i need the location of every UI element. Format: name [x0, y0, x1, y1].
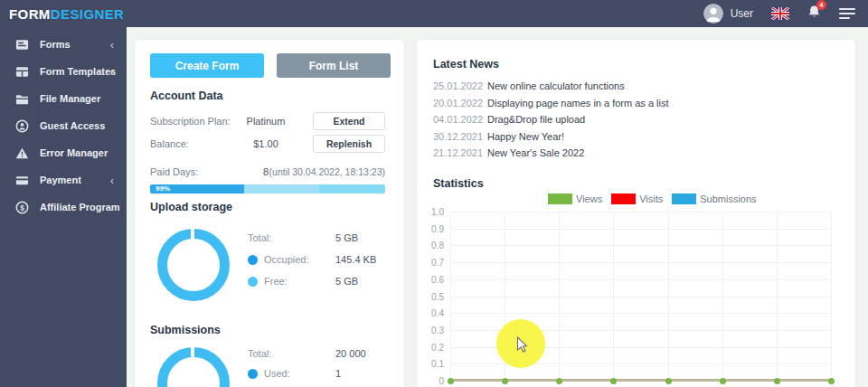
data-point[interactable] — [720, 378, 726, 384]
legend-label: Visits — [639, 194, 663, 204]
news-date: 21.12.2021 — [433, 146, 483, 159]
subscription-plan-value: Platinum — [234, 112, 297, 130]
person-icon — [703, 4, 723, 24]
form-icon — [14, 38, 29, 52]
news-title-link[interactable]: Drag&Drop file upload — [487, 113, 585, 126]
data-point[interactable] — [828, 378, 835, 384]
submissions-total-label: Total: — [248, 346, 271, 361]
gridline-horizontal — [450, 245, 831, 246]
gridline-horizontal — [450, 212, 831, 212]
app-root: { "topbar": { "logo_primary": "FORM", "l… — [0, 0, 868, 387]
submissions-used-row: Used: 1 — [135, 366, 406, 381]
news-title-link[interactable]: Displaying page names in a form as a lis… — [487, 97, 669, 109]
submissions-used-value: 1 — [335, 366, 341, 381]
extend-button[interactable]: Extend — [313, 112, 385, 130]
submissions-total-value: 20 000 — [335, 346, 366, 361]
sidebar-item-error-manager[interactable]: Error Manager — [0, 139, 127, 166]
account-panel: Create Form Form List Account Data Subsc… — [134, 39, 405, 387]
data-point[interactable] — [448, 378, 454, 384]
gridline-vertical — [668, 212, 669, 381]
sidebar-item-file-manager[interactable]: File Manager — [0, 85, 127, 112]
notifications-button[interactable]: 4 — [807, 5, 821, 23]
gridline-horizontal — [450, 279, 831, 280]
news-title-link[interactable]: New Year's Sale 2022 — [487, 146, 584, 159]
sidebar-item-label: Form Templates — [40, 66, 116, 77]
storage-total-value: 5 GB — [335, 231, 358, 245]
storage-occupied-value: 145.4 KB — [335, 252, 376, 267]
legend-item-submissions[interactable]: Submissions — [672, 194, 756, 204]
paid-days-note: (until 30.04.2022, 18:13:23) — [243, 163, 385, 181]
news-title-link[interactable]: New online calculator functions — [487, 80, 625, 92]
submissions-used-label: Used: — [264, 366, 290, 381]
legend-item-visits[interactable]: Visits — [611, 194, 663, 204]
data-point[interactable] — [774, 378, 780, 384]
upload-storage-heading: Upload storage — [150, 201, 232, 213]
sidebar-item-label: Error Manager — [40, 147, 108, 158]
statistics-heading: Statistics — [433, 177, 484, 190]
sidebar-item-label: File Manager — [40, 93, 100, 104]
notification-badge: 4 — [816, 0, 826, 10]
storage-total-label: Total: — [248, 231, 271, 245]
data-point[interactable] — [665, 378, 672, 384]
user-name-label[interactable]: User — [731, 7, 753, 20]
storage-free-label: Free: — [264, 274, 288, 288]
y-axis-tick-label: 0.6 — [417, 275, 444, 285]
menu-toggle-button[interactable] — [839, 8, 855, 19]
sidebar-item-label: Payment — [40, 175, 81, 185]
topbar: FORMDESIGNER User — [0, 0, 868, 27]
subscription-plan-label: Subscription Plan: — [150, 112, 231, 130]
form-list-button[interactable]: Form List — [277, 53, 391, 78]
chart-y-axis: 1.00.90.80.70.60.50.40.30.20.10 — [417, 212, 446, 381]
credit-card-icon — [14, 174, 29, 187]
latest-news-heading: Latest News — [433, 58, 499, 71]
submissions-total-row: Total: 20 000 — [135, 346, 406, 361]
logo-text-primary: FORM — [9, 6, 51, 22]
burger-line — [839, 17, 850, 19]
user-avatar[interactable] — [703, 4, 723, 24]
warning-triangle-icon — [14, 146, 29, 160]
data-point[interactable] — [556, 378, 562, 384]
y-axis-tick-label: 0.7 — [417, 258, 444, 268]
language-flag-icon[interactable] — [771, 7, 789, 20]
storage-free-value: 5 GB — [335, 274, 358, 288]
chart-legend: ViewsVisitsSubmissions — [548, 194, 757, 204]
sidebar-item-forms[interactable]: Forms ‹ — [0, 31, 127, 58]
y-axis-tick-label: 0.2 — [417, 343, 444, 353]
svg-text:$: $ — [20, 203, 24, 212]
data-point[interactable] — [502, 378, 508, 384]
storage-free-row: Free: 5 GB — [135, 274, 406, 288]
sidebar-item-payment[interactable]: Payment ‹ — [0, 166, 127, 194]
gridline-horizontal — [450, 297, 831, 297]
storage-occupied-label: Occupied: — [264, 252, 309, 267]
chevron-left-icon: ‹ — [110, 66, 114, 78]
gridline-horizontal — [450, 313, 831, 314]
balance-label: Balance: — [150, 135, 189, 153]
news-date: 04.01.2022 — [433, 113, 483, 126]
logo-text-accent: DESIGNER — [51, 6, 125, 22]
sidebar: Forms ‹ Form Templates ‹ File Manager Gu… — [0, 27, 127, 387]
create-form-button[interactable]: Create Form — [150, 53, 264, 78]
data-point[interactable] — [610, 378, 617, 384]
y-axis-tick-label: 0.3 — [417, 326, 444, 335]
news-title-link[interactable]: Happy New Year! — [487, 130, 564, 143]
sidebar-item-affiliate-program[interactable]: $ Affiliate Program — [0, 194, 127, 221]
legend-label: Views — [576, 194, 602, 204]
gridline-vertical — [613, 212, 614, 381]
sidebar-item-label: Affiliate Program — [40, 202, 120, 212]
replenish-button[interactable]: Replenish — [313, 135, 385, 153]
y-axis-tick-label: 0.1 — [417, 359, 444, 369]
folder-icon — [14, 92, 29, 106]
legend-swatch — [611, 194, 636, 204]
y-axis-tick-label: 0.4 — [417, 308, 444, 318]
y-axis-tick-label: 0 — [417, 376, 444, 386]
occupied-legend-dot — [248, 255, 258, 265]
app-logo[interactable]: FORMDESIGNER — [9, 6, 124, 22]
gridline-horizontal — [450, 262, 831, 263]
gridline-horizontal — [450, 229, 831, 230]
account-data-heading: Account Data — [150, 90, 223, 102]
chevron-left-icon: ‹ — [110, 39, 114, 51]
legend-item-views[interactable]: Views — [548, 194, 602, 204]
mouse-cursor-icon — [515, 336, 528, 357]
sidebar-item-guest-access[interactable]: Guest Access — [0, 112, 127, 139]
sidebar-item-form-templates[interactable]: Form Templates ‹ — [0, 58, 127, 85]
